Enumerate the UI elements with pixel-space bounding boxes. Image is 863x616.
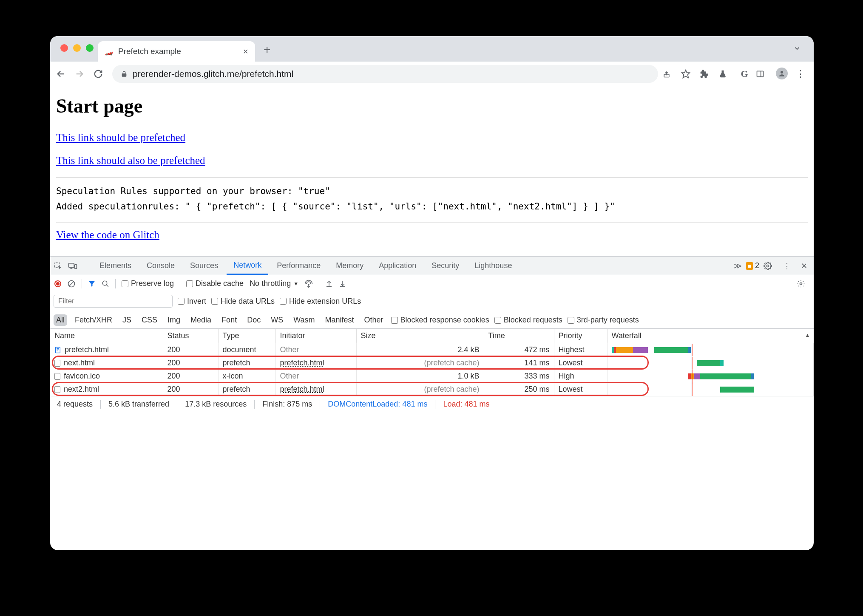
filter-doc[interactable]: Doc <box>244 314 263 326</box>
hide-extension-urls-checkbox[interactable]: Hide extension URLs <box>280 297 361 306</box>
tab-title: Prefetch example <box>118 47 238 56</box>
tabs-menu-button[interactable] <box>793 45 801 52</box>
table-row[interactable]: prefetch.html200documentOther2.4 kB472 m… <box>50 343 814 357</box>
filter-icon[interactable] <box>88 280 96 288</box>
prefetch-link-2[interactable]: This link should also be prefetched <box>56 155 205 167</box>
profile-button[interactable] <box>775 68 789 80</box>
file-icon <box>54 373 60 380</box>
third-party-checkbox[interactable]: 3rd-party requests <box>568 316 639 325</box>
network-settings-icon[interactable] <box>797 280 809 288</box>
request-name: next2.html <box>64 385 99 394</box>
request-time: 472 ms <box>484 343 554 357</box>
reload-button[interactable] <box>94 69 108 79</box>
blocked-cookies-checkbox[interactable]: Blocked response cookies <box>391 316 489 325</box>
disable-cache-checkbox[interactable]: Disable cache <box>186 279 244 288</box>
search-icon[interactable] <box>102 280 109 288</box>
clear-button[interactable] <box>67 280 76 288</box>
table-row[interactable]: next.html200prefetchprefetch.html(prefet… <box>50 356 814 370</box>
filter-css[interactable]: CSS <box>139 314 160 326</box>
close-tab-button[interactable]: ✕ <box>243 48 248 56</box>
tab-performance[interactable]: Performance <box>270 257 327 275</box>
forward-button[interactable] <box>75 69 89 79</box>
inspect-icon[interactable] <box>54 262 66 270</box>
col-size[interactable]: Size <box>356 329 484 343</box>
extensions-icon[interactable] <box>700 70 714 78</box>
table-row[interactable]: next2.html200prefetchprefetch.html(prefe… <box>50 383 814 396</box>
svg-rect-4 <box>757 71 764 76</box>
request-priority: Highest <box>554 343 607 357</box>
filter-other[interactable]: Other <box>362 314 386 326</box>
col-waterfall[interactable]: Waterfall▲ <box>607 329 814 343</box>
side-panel-icon[interactable] <box>756 70 770 78</box>
close-devtools-button[interactable]: ✕ <box>798 261 810 271</box>
download-har-icon[interactable] <box>339 280 346 288</box>
glitch-code-link[interactable]: View the code on Glitch <box>56 229 159 241</box>
request-size: (prefetch cache) <box>356 383 484 396</box>
filter-fetchxhr[interactable]: Fetch/XHR <box>72 314 115 326</box>
tab-lighthouse[interactable]: Lighthouse <box>468 257 519 275</box>
google-icon[interactable]: G <box>737 68 752 79</box>
table-row[interactable]: favicon.ico200x-iconOther1.0 kB333 msHig… <box>50 370 814 383</box>
network-table-wrap: Name Status Type Initiator Size Time Pri… <box>50 329 814 396</box>
filter-manifest[interactable]: Manifest <box>323 314 357 326</box>
status-load: Load: 481 ms <box>443 400 489 409</box>
tab-elements[interactable]: Elements <box>93 257 138 275</box>
browser-tab[interactable]: 🏎️ Prefetch example ✕ <box>98 41 255 62</box>
tab-console[interactable]: Console <box>140 257 182 275</box>
col-initiator[interactable]: Initiator <box>275 329 356 343</box>
settings-icon[interactable] <box>764 262 776 270</box>
device-icon[interactable] <box>68 262 81 270</box>
filter-js[interactable]: JS <box>120 314 134 326</box>
request-size: 2.4 kB <box>356 343 484 357</box>
browser-menu-button[interactable]: ⋮ <box>793 68 808 79</box>
col-status[interactable]: Status <box>163 329 218 343</box>
back-button[interactable] <box>56 69 71 79</box>
minimize-window-button[interactable] <box>73 44 81 52</box>
svg-point-14 <box>102 281 107 285</box>
svg-marker-3 <box>682 70 690 77</box>
col-name[interactable]: Name <box>50 329 163 343</box>
network-conditions-icon[interactable] <box>304 280 313 288</box>
divider <box>56 223 808 223</box>
devtools-menu-icon[interactable]: ⋮ <box>781 261 793 271</box>
throttling-select[interactable]: No throttling ▼ <box>250 279 298 288</box>
filter-all[interactable]: All <box>54 314 67 326</box>
filter-img[interactable]: Img <box>165 314 183 326</box>
request-initiator[interactable]: prefetch.html <box>280 359 324 367</box>
tab-memory[interactable]: Memory <box>329 257 370 275</box>
tab-sources[interactable]: Sources <box>183 257 225 275</box>
svg-rect-10 <box>75 265 77 268</box>
issues-button[interactable]: ■ 2 <box>746 261 760 270</box>
request-priority: High <box>554 370 607 383</box>
tab-application[interactable]: Application <box>372 257 423 275</box>
upload-har-icon[interactable] <box>325 280 333 288</box>
lock-icon <box>121 71 128 77</box>
share-icon[interactable] <box>662 70 677 78</box>
close-window-button[interactable] <box>60 44 68 52</box>
filter-font[interactable]: Font <box>219 314 239 326</box>
more-tabs-icon[interactable]: ≫ <box>734 261 742 271</box>
filter-ws[interactable]: WS <box>268 314 286 326</box>
sort-asc-icon: ▲ <box>805 332 810 338</box>
col-type[interactable]: Type <box>218 329 275 343</box>
prefetch-link-1[interactable]: This link should be prefetched <box>56 132 185 144</box>
tab-security[interactable]: Security <box>425 257 466 275</box>
tab-network[interactable]: Network <box>227 257 268 275</box>
request-initiator[interactable]: prefetch.html <box>280 385 324 393</box>
record-button[interactable] <box>54 280 61 287</box>
filter-wasm[interactable]: Wasm <box>291 314 317 326</box>
address-bar[interactable]: prerender-demos.glitch.me/prefetch.html <box>112 65 658 83</box>
col-time[interactable]: Time <box>484 329 554 343</box>
svg-line-13 <box>69 282 74 286</box>
bookmark-icon[interactable] <box>681 69 696 79</box>
preserve-log-checkbox[interactable]: Preserve log <box>122 279 174 288</box>
new-tab-button[interactable]: + <box>255 43 279 62</box>
col-priority[interactable]: Priority <box>554 329 607 343</box>
filter-media[interactable]: Media <box>188 314 214 326</box>
filter-input[interactable] <box>54 295 173 308</box>
labs-icon[interactable] <box>718 70 733 78</box>
invert-checkbox[interactable]: Invert <box>178 297 206 306</box>
maximize-window-button[interactable] <box>86 44 94 52</box>
blocked-requests-checkbox[interactable]: Blocked requests <box>494 316 562 325</box>
hide-data-urls-checkbox[interactable]: Hide data URLs <box>211 297 275 306</box>
